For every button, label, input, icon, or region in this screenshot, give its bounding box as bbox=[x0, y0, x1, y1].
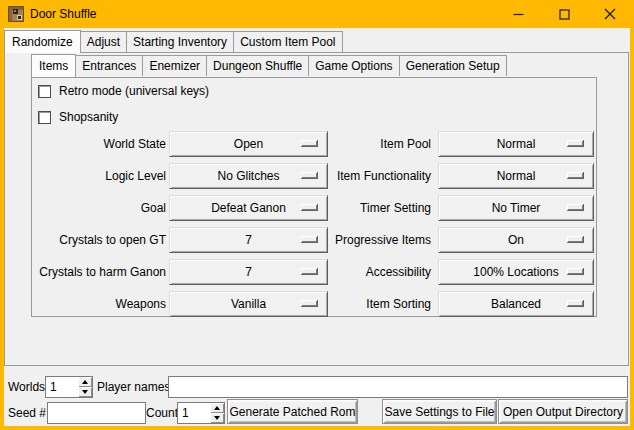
accessibility-dropdown[interactable]: 100% Locations bbox=[438, 259, 594, 285]
progressive-items-dropdown[interactable]: On bbox=[438, 227, 594, 253]
timer-setting-dropdown[interactable]: No Timer bbox=[438, 195, 594, 221]
goal-label: Goal bbox=[40, 195, 166, 221]
crystals-ganon-label: Crystals to harm Ganon bbox=[32, 259, 166, 285]
weapons-label: Weapons bbox=[40, 291, 166, 317]
minimize-icon bbox=[513, 9, 524, 20]
item-functionality-label: Item Functionality bbox=[302, 163, 431, 189]
close-icon bbox=[604, 8, 616, 20]
dropdown-indicator-icon bbox=[567, 236, 584, 243]
window-title: Door Shuffle bbox=[30, 0, 97, 28]
subtab-dungeon-shuffle[interactable]: Dungeon Shuffle bbox=[206, 55, 309, 76]
tab-starting-inventory[interactable]: Starting Inventory bbox=[126, 31, 234, 52]
subtab-enemizer[interactable]: Enemizer bbox=[142, 55, 207, 76]
app-icon bbox=[8, 6, 24, 22]
titlebar[interactable]: Door Shuffle bbox=[0, 0, 634, 28]
sub-tab-bar: Items Entrances Enemizer Dungeon Shuffle… bbox=[31, 55, 506, 77]
spin-up-icon bbox=[214, 406, 220, 410]
timer-setting-value: No Timer bbox=[492, 201, 541, 215]
item-sorting-dropdown[interactable]: Balanced bbox=[438, 291, 594, 317]
item-pool-label: Item Pool bbox=[302, 131, 431, 157]
shopsanity-row: Shopsanity bbox=[38, 110, 118, 124]
dropdown-indicator-icon bbox=[567, 172, 584, 179]
dropdown-indicator-icon bbox=[567, 140, 584, 147]
item-sorting-label: Item Sorting bbox=[302, 291, 431, 317]
item-pool-dropdown[interactable]: Normal bbox=[438, 131, 594, 157]
worlds-spin-up-button[interactable] bbox=[78, 377, 92, 387]
main-tab-bar: Randomize Adjust Starting Inventory Cust… bbox=[4, 30, 342, 53]
weapons-value: Vanilla bbox=[231, 297, 266, 311]
save-settings-button[interactable]: Save Settings to File bbox=[382, 399, 497, 424]
seed-input[interactable] bbox=[47, 402, 146, 424]
close-button[interactable] bbox=[587, 0, 633, 28]
minimize-button[interactable] bbox=[495, 0, 541, 28]
player-names-label: Player names bbox=[97, 376, 170, 398]
goal-value: Defeat Ganon bbox=[211, 201, 286, 215]
subtab-game-options[interactable]: Game Options bbox=[308, 55, 399, 76]
app-window: Door Shuffle Randomize Adjust Starting I… bbox=[0, 0, 634, 430]
count-spin-down-button[interactable] bbox=[210, 413, 224, 423]
spin-up-icon bbox=[82, 380, 88, 384]
subtab-entrances[interactable]: Entrances bbox=[75, 55, 143, 76]
tab-randomize[interactable]: Randomize bbox=[4, 30, 81, 53]
maximize-icon bbox=[559, 9, 570, 20]
worlds-input[interactable] bbox=[46, 377, 78, 397]
logic-level-value: No Glitches bbox=[217, 169, 279, 183]
accessibility-label: Accessibility bbox=[302, 259, 431, 285]
progressive-items-label: Progressive Items bbox=[302, 227, 431, 253]
crystals-gt-value: 7 bbox=[245, 233, 252, 247]
count-spin-up-button[interactable] bbox=[210, 403, 224, 413]
progressive-items-value: On bbox=[508, 233, 524, 247]
worlds-spin-down-button[interactable] bbox=[78, 387, 92, 397]
player-names-input[interactable] bbox=[168, 376, 628, 398]
generate-patched-rom-button[interactable]: Generate Patched Rom bbox=[227, 399, 358, 424]
dropdown-indicator-icon bbox=[567, 268, 584, 275]
retro-mode-label: Retro mode (universal keys) bbox=[59, 84, 209, 98]
client-area: Randomize Adjust Starting Inventory Cust… bbox=[4, 28, 630, 426]
count-spinbox[interactable] bbox=[177, 402, 225, 424]
item-pool-value: Normal bbox=[497, 137, 536, 151]
world-state-value: Open bbox=[234, 137, 263, 151]
subtab-generation-setup[interactable]: Generation Setup bbox=[399, 55, 507, 76]
tab-adjust[interactable]: Adjust bbox=[80, 31, 127, 52]
retro-mode-checkbox[interactable] bbox=[38, 85, 51, 98]
tab-custom-item-pool[interactable]: Custom Item Pool bbox=[233, 31, 342, 52]
item-sorting-value: Balanced bbox=[491, 297, 541, 311]
worlds-label: Worlds bbox=[8, 376, 45, 398]
item-functionality-dropdown[interactable]: Normal bbox=[438, 163, 594, 189]
retro-mode-row: Retro mode (universal keys) bbox=[38, 84, 209, 98]
crystals-ganon-value: 7 bbox=[245, 265, 252, 279]
dropdown-indicator-icon bbox=[567, 204, 584, 211]
count-input[interactable] bbox=[178, 403, 210, 423]
shopsanity-label: Shopsanity bbox=[59, 110, 118, 124]
maximize-button[interactable] bbox=[541, 0, 587, 28]
dropdown-indicator-icon bbox=[567, 300, 584, 307]
items-page: Retro mode (universal keys) Shopsanity W… bbox=[31, 77, 597, 317]
subtab-items[interactable]: Items bbox=[31, 54, 76, 77]
world-state-label: World State bbox=[40, 131, 166, 157]
crystals-gt-label: Crystals to open GT bbox=[40, 227, 166, 253]
shopsanity-checkbox[interactable] bbox=[38, 111, 51, 124]
item-functionality-value: Normal bbox=[497, 169, 536, 183]
worlds-spinbox[interactable] bbox=[45, 376, 93, 398]
seed-label: Seed # bbox=[8, 402, 46, 424]
spin-down-icon bbox=[82, 390, 88, 394]
spin-down-icon bbox=[214, 416, 220, 420]
accessibility-value: 100% Locations bbox=[473, 265, 558, 279]
open-output-directory-button[interactable]: Open Output Directory bbox=[498, 399, 628, 424]
timer-setting-label: Timer Setting bbox=[302, 195, 431, 221]
count-label: Count bbox=[146, 402, 178, 424]
logic-level-label: Logic Level bbox=[40, 163, 166, 189]
